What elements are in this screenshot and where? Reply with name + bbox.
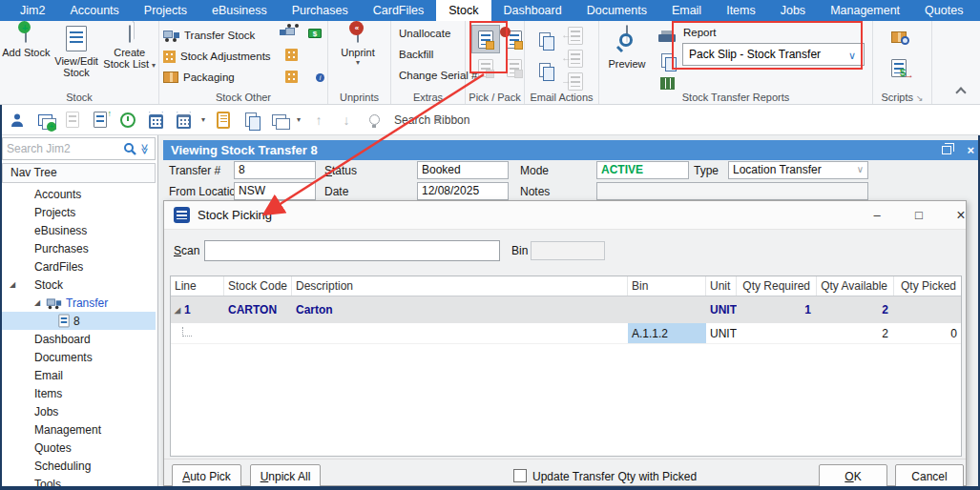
sidebar-item-purchases[interactable]: Purchases: [2, 239, 156, 257]
cancel-button[interactable]: Cancel: [895, 464, 964, 488]
stock-adjustments-button[interactable]: Stock Adjustments: [159, 46, 327, 67]
expanded-node-icon[interactable]: ◢: [10, 280, 19, 289]
update-transfer-qty-checkbox[interactable]: [513, 469, 527, 482]
collapse-ribbon-icon[interactable]: [955, 87, 966, 97]
tab-projects[interactable]: Projects: [132, 0, 199, 21]
tab-jobs[interactable]: Jobs: [768, 0, 818, 21]
table-row-group[interactable]: ◢1 CARTON Carton UNIT 1 2: [171, 296, 961, 323]
windows-dropdown-icon[interactable]: ▾: [297, 115, 301, 124]
search-ribbon-label[interactable]: Search Ribbon: [394, 113, 469, 127]
transfer-stock-button[interactable]: Transfer Stock: [159, 25, 327, 46]
truck-export-icon[interactable]: [285, 27, 299, 38]
restore-window-icon[interactable]: [942, 146, 951, 154]
change-serial-button[interactable]: Change Serial #: [391, 65, 465, 86]
backfill-button[interactable]: Backfill: [391, 44, 465, 65]
notes-field[interactable]: [596, 182, 868, 200]
col-bin[interactable]: Bin: [628, 276, 706, 296]
col-qty-picked[interactable]: Qty Picked: [894, 276, 962, 296]
tab-stock[interactable]: Stock: [436, 0, 490, 21]
sidebar-item-quotes[interactable]: Quotes: [2, 439, 156, 457]
col-line[interactable]: Line: [171, 276, 224, 296]
calculator-icon[interactable]: [146, 111, 165, 130]
history-icon[interactable]: [118, 111, 137, 130]
expanded-node-icon[interactable]: ◢: [175, 306, 184, 315]
transfer-number-field[interactable]: 8: [234, 161, 316, 179]
search-expand-chevron-icon[interactable]: ≫: [139, 143, 152, 154]
close-viewer-icon[interactable]: ×: [967, 140, 974, 160]
dialog-launcher-icon[interactable]: ↘: [916, 93, 924, 103]
sidebar-item-stock[interactable]: ◢Stock: [2, 276, 156, 294]
windows-cascade-icon[interactable]: [269, 111, 288, 130]
tab-documents[interactable]: Documents: [574, 0, 659, 21]
ok-button[interactable]: OK: [819, 464, 887, 488]
status-field[interactable]: Booked: [417, 161, 509, 179]
tab-ebusiness[interactable]: eBusiness: [199, 0, 280, 21]
col-qty-required[interactable]: Qty Required: [737, 276, 817, 296]
stock-return-icon[interactable]: [285, 71, 298, 83]
tab-accounts[interactable]: Accounts: [57, 0, 131, 21]
cardfile-person-icon[interactable]: [8, 111, 27, 130]
tab-cardfiles[interactable]: CardFiles: [361, 0, 437, 21]
money-voucher-icon[interactable]: $: [308, 29, 322, 38]
table-row-detail[interactable]: A.1.1.2 UNIT 2 0: [171, 323, 961, 344]
sidebar-item-items[interactable]: Items: [2, 384, 156, 402]
preview-button[interactable]: Preview: [605, 21, 649, 70]
search-icon[interactable]: [123, 142, 136, 155]
paste-doc-icon[interactable]: [241, 111, 261, 130]
col-stock-code[interactable]: Stock Code: [224, 276, 292, 296]
sidebar-item-email[interactable]: Email: [2, 366, 156, 384]
col-description[interactable]: Description: [292, 276, 628, 296]
expanded-node-icon[interactable]: ◢: [34, 298, 44, 307]
scripts-export-button[interactable]: $→: [885, 53, 913, 82]
tab-quotes[interactable]: Quotes: [912, 0, 975, 21]
sidebar-item-transfer-8[interactable]: 8: [2, 312, 156, 330]
sidebar-item-ebusiness[interactable]: eBusiness: [2, 221, 156, 239]
bin-cell-selected[interactable]: A.1.1.2: [628, 323, 706, 343]
auto-pick-button[interactable]: Auto Pick: [172, 464, 241, 488]
tab-jim2[interactable]: Jim2: [8, 0, 57, 21]
col-qty-available[interactable]: Qty Available: [817, 276, 894, 296]
sidebar-item-accounts[interactable]: Accounts: [2, 185, 156, 203]
sidebar-item-jobs[interactable]: Jobs: [2, 402, 156, 420]
clipboard-icon[interactable]: [214, 111, 233, 130]
scripts-package-button[interactable]: [885, 23, 913, 51]
bin-input[interactable]: [531, 241, 605, 260]
tab-management[interactable]: Management: [818, 0, 912, 21]
tab-scheduling[interactable]: Scheduling: [975, 0, 980, 21]
calendar-icon[interactable]: [174, 111, 193, 130]
calendar-dropdown-icon[interactable]: ▾: [201, 115, 205, 124]
sidebar-item-documents[interactable]: Documents: [2, 348, 156, 366]
tab-purchases[interactable]: Purchases: [280, 0, 361, 21]
customize-toolbar-icon[interactable]: ≡: [434, 113, 441, 127]
sidebar-item-management[interactable]: Management: [2, 420, 156, 439]
sidebar-item-dashboard[interactable]: Dashboard: [2, 330, 156, 348]
add-cardfile-icon[interactable]: +: [35, 111, 54, 130]
mode-field[interactable]: ACTIVE: [596, 161, 689, 179]
unpick-all-button[interactable]: Unpick All: [250, 464, 321, 488]
from-location-field[interactable]: NSW: [234, 182, 316, 200]
tab-dashboard[interactable]: Dashboard: [491, 0, 574, 21]
packaging-button[interactable]: Packaging: [159, 67, 327, 88]
scan-input[interactable]: [204, 240, 500, 261]
tab-email[interactable]: Email: [659, 0, 714, 21]
transfer-doc-icon[interactable]: ↑: [91, 111, 110, 130]
sidebar-item-cardfiles[interactable]: CardFiles: [2, 257, 156, 276]
copy-email-button[interactable]: [531, 25, 559, 53]
close-dialog-icon[interactable]: ×: [945, 201, 977, 229]
dialog-title-bar[interactable]: Stock Picking – □ ×: [164, 201, 966, 230]
date-field[interactable]: 12/08/2025: [417, 182, 509, 200]
unprint-button[interactable]: « Unprint ▾: [328, 21, 387, 67]
type-select[interactable]: Location Transfer∨: [728, 161, 868, 179]
search-jim2-input[interactable]: Search Jim2 ≫: [2, 137, 156, 160]
sidebar-item-projects[interactable]: Projects: [2, 203, 156, 221]
tab-items[interactable]: Items: [714, 0, 768, 21]
unallocate-button[interactable]: Unallocate: [391, 23, 465, 44]
stock-grid-icon[interactable]: [285, 49, 298, 61]
copy-details-button[interactable]: [531, 55, 559, 84]
sidebar-item-transfer[interactable]: ◢Transfer: [2, 294, 156, 312]
col-unit[interactable]: Unit: [706, 276, 737, 296]
minimize-dialog-icon[interactable]: –: [861, 201, 893, 229]
sidebar-item-scheduling[interactable]: Scheduling: [2, 457, 156, 475]
stock-info-icon[interactable]: i: [308, 69, 322, 80]
maximize-dialog-icon[interactable]: □: [903, 201, 935, 229]
